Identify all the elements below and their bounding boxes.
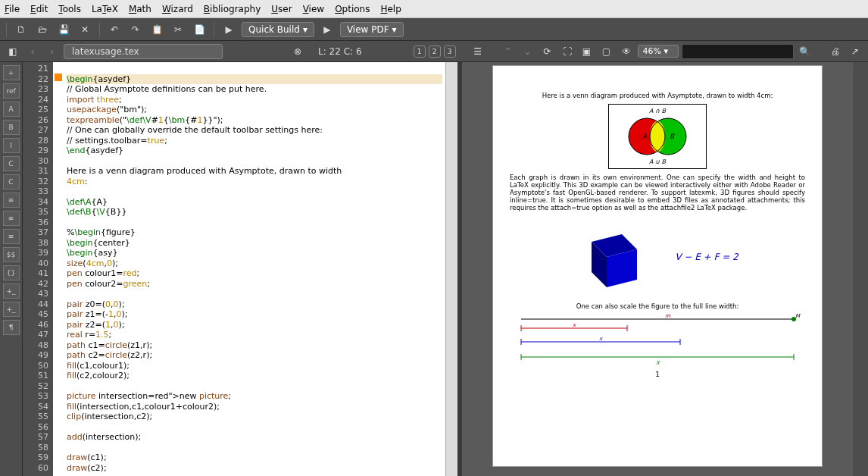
- menu-latex[interactable]: LaTeX: [92, 4, 118, 14]
- svg-text:A: A: [642, 133, 648, 140]
- toolbar-main: 🗋 🗁 💾 ✕ ↶ ↷ 📋 ✂ 📄 ▶ Quick Build ▾ ▶ View…: [0, 18, 868, 41]
- page1-icon[interactable]: 1: [414, 45, 426, 58]
- down-icon[interactable]: ⌄: [520, 43, 536, 60]
- file-tab[interactable]: latexusage.tex: [64, 44, 223, 59]
- sidebar-btn-7[interactable]: ≡: [3, 193, 20, 208]
- sidebar-btn-3[interactable]: B: [3, 120, 20, 135]
- menu-user[interactable]: User: [271, 4, 292, 14]
- close-icon[interactable]: ✕: [76, 21, 93, 38]
- menu-view[interactable]: View: [303, 4, 324, 14]
- forward-icon[interactable]: ›: [44, 43, 61, 60]
- toolbar-document: ◧ ‹ › latexusage.tex ⊗ L: 22 C: 6 1 2 3 …: [0, 41, 868, 62]
- menu-wizard[interactable]: Wizard: [162, 4, 193, 14]
- paste-icon[interactable]: 📄: [191, 21, 208, 38]
- sidebar-btn-10[interactable]: $$: [3, 247, 20, 262]
- page-number: 1: [510, 371, 805, 378]
- pdf-preview[interactable]: Here is a venn diagram produced with Asy…: [462, 62, 853, 476]
- zoom-level[interactable]: 46% ▾: [638, 45, 679, 58]
- svg-text:m: m: [665, 313, 670, 319]
- sidebar-btn-0[interactable]: +: [3, 65, 20, 80]
- cube-figure: [576, 219, 652, 295]
- editor-scrollbar[interactable]: [445, 62, 457, 476]
- close-tab-icon[interactable]: ⊗: [289, 43, 306, 60]
- sync-icon[interactable]: ⟳: [539, 43, 556, 60]
- svg-text:x: x: [599, 336, 603, 342]
- bookmark-icon[interactable]: [55, 74, 62, 81]
- sidebar-btn-5[interactable]: C: [3, 156, 20, 171]
- sidebar-btn-9[interactable]: ≡: [3, 229, 20, 244]
- panel-toggle-icon[interactable]: ◧: [5, 43, 21, 60]
- pdf-para3: One can also scale the figure to the ful…: [510, 302, 805, 310]
- sidebar-btn-13[interactable]: +_: [3, 302, 20, 317]
- main-area: + ref A B I C C ≡ ≡ ≡ $$ {} +_ +_ ¶ 2122…: [0, 62, 868, 476]
- svg-text:M: M: [795, 313, 801, 319]
- pdf-page: Here is a venn diagram produced with Asy…: [492, 65, 823, 467]
- eye-icon[interactable]: 👁: [618, 43, 635, 60]
- fit3-icon[interactable]: ▢: [598, 43, 615, 60]
- sidebar-btn-6[interactable]: C: [3, 174, 20, 189]
- sidebar-btn-8[interactable]: ≡: [3, 211, 20, 226]
- back-icon[interactable]: ‹: [24, 43, 41, 60]
- svg-text:x: x: [573, 322, 576, 328]
- line-gutter: 2122232425262728293031323334353637383940…: [23, 62, 53, 476]
- right-margin: [853, 62, 868, 476]
- left-sidebar: + ref A B I C C ≡ ≡ ≡ $$ {} +_ +_ ¶: [0, 62, 23, 476]
- run2-icon[interactable]: ▶: [319, 21, 336, 38]
- bookmark-strip: [53, 62, 64, 476]
- euler-formula: V − E + F = 2: [675, 252, 738, 262]
- menu-help[interactable]: Help: [380, 4, 401, 14]
- sidebar-btn-1[interactable]: ref: [3, 83, 20, 99]
- editor[interactable]: 2122232425262728293031323334353637383940…: [23, 62, 445, 476]
- pdf-venn-bot: A ∪ B: [612, 158, 703, 165]
- run-icon[interactable]: ▶: [220, 21, 237, 38]
- page2-icon[interactable]: 2: [429, 45, 441, 58]
- pdf-para1: Here is a venn diagram produced with Asy…: [510, 92, 805, 99]
- cursor-position: L: 22 C: 6: [318, 46, 362, 57]
- fit-icon[interactable]: ⛶: [559, 43, 576, 60]
- ruler-figure: m M x x X: [514, 313, 801, 366]
- sidebar-btn-2[interactable]: A: [3, 102, 20, 117]
- external-icon[interactable]: ↗: [847, 43, 863, 60]
- menu-bibliography[interactable]: Bibliography: [204, 4, 261, 14]
- menu-edit[interactable]: Edit: [30, 4, 48, 14]
- venn-diagram: A B: [612, 114, 703, 158]
- fit2-icon[interactable]: ▣: [579, 43, 595, 60]
- save-icon[interactable]: 💾: [55, 21, 72, 38]
- pdf-para2: Each graph is drawn in its own environme…: [510, 174, 805, 211]
- menu-options[interactable]: Options: [335, 4, 370, 14]
- new-file-icon[interactable]: 🗋: [13, 21, 30, 38]
- svg-text:B: B: [670, 133, 675, 140]
- sidebar-btn-14[interactable]: ¶: [3, 320, 20, 335]
- menu-file[interactable]: File: [5, 4, 20, 14]
- print-icon[interactable]: 🖨: [827, 43, 844, 60]
- menu-tools[interactable]: Tools: [58, 4, 81, 14]
- code-area[interactable]: \begin{asydef}// Global Asymptote defini…: [64, 62, 445, 476]
- open-file-icon[interactable]: 🗁: [34, 21, 51, 38]
- up-icon[interactable]: ⌃: [500, 43, 517, 60]
- quick-build-dropdown[interactable]: Quick Build ▾: [242, 22, 314, 37]
- page3-icon[interactable]: 3: [444, 45, 456, 58]
- pdf-venn-top: A ∩ B: [612, 108, 703, 114]
- redo-icon[interactable]: ↷: [127, 21, 144, 38]
- cut-icon[interactable]: ✂: [170, 21, 186, 38]
- sidebar-btn-11[interactable]: {}: [3, 265, 20, 280]
- search-icon[interactable]: 🔍: [797, 43, 813, 60]
- menu-math[interactable]: Math: [129, 4, 151, 14]
- svg-point-2: [650, 121, 665, 152]
- sidebar-btn-12[interactable]: +_: [3, 283, 20, 299]
- sidebar-btn-4[interactable]: I: [3, 138, 20, 153]
- copy-icon[interactable]: 📋: [148, 21, 165, 38]
- view-pdf-dropdown[interactable]: View PDF ▾: [340, 22, 404, 37]
- list-icon[interactable]: ☰: [470, 43, 486, 60]
- search-input[interactable]: [682, 44, 794, 59]
- svg-text:X: X: [656, 360, 660, 366]
- menubar: File Edit Tools LaTeX Math Wizard Biblio…: [0, 0, 868, 18]
- undo-icon[interactable]: ↶: [106, 21, 123, 38]
